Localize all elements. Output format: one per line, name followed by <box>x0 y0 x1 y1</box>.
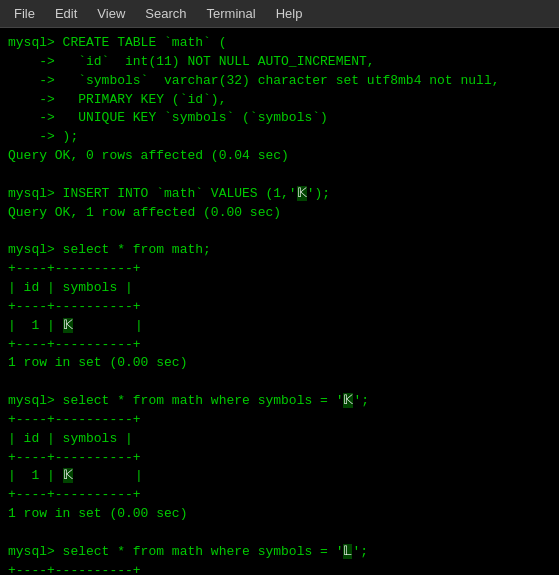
menu-help[interactable]: Help <box>266 2 313 25</box>
menu-file[interactable]: File <box>4 2 45 25</box>
menubar: File Edit View Search Terminal Help <box>0 0 559 28</box>
menu-edit[interactable]: Edit <box>45 2 87 25</box>
menu-view[interactable]: View <box>87 2 135 25</box>
terminal-content: mysql> CREATE TABLE `math` ( -> `id` int… <box>8 35 499 575</box>
terminal[interactable]: mysql> CREATE TABLE `math` ( -> `id` int… <box>0 28 559 575</box>
menu-terminal[interactable]: Terminal <box>197 2 266 25</box>
menu-search[interactable]: Search <box>135 2 196 25</box>
